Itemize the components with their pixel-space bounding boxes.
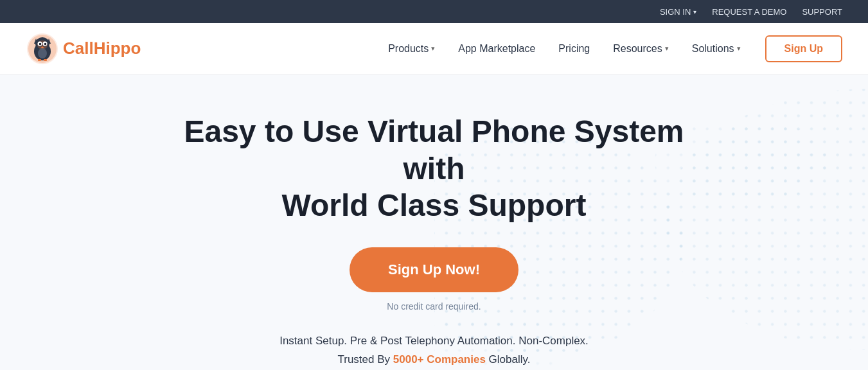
sign-in-label: SIGN IN — [660, 7, 691, 17]
top-bar: SIGN IN ▾ REQUEST A DEMO SUPPORT — [0, 0, 868, 23]
svg-point-9 — [39, 42, 42, 45]
logo-text: CallHippo — [63, 39, 141, 58]
hero-content: Easy to Use Virtual Phone System with Wo… — [158, 113, 711, 369]
callhippo-logo-icon — [26, 32, 59, 66]
nav-links: Products ▾ App Marketplace Pricing Resou… — [379, 38, 749, 60]
nav-item-resources[interactable]: Resources ▾ — [604, 38, 677, 60]
signin-chevron-icon: ▾ — [693, 8, 696, 15]
navbar: CallHippo Products ▾ App Marketplace Pri… — [0, 23, 868, 75]
support-label: SUPPORT — [802, 7, 842, 17]
sign-in-link[interactable]: SIGN IN ▾ — [660, 7, 696, 17]
svg-point-10 — [44, 42, 47, 45]
svg-point-12 — [38, 48, 47, 58]
products-chevron-icon: ▾ — [431, 44, 435, 53]
nav-item-solutions[interactable]: Solutions ▾ — [683, 38, 750, 60]
no-credit-text: No credit card required. — [387, 301, 481, 312]
nav-item-pricing[interactable]: Pricing — [549, 38, 599, 60]
resources-chevron-icon: ▾ — [665, 44, 669, 53]
request-demo-link[interactable]: REQUEST A DEMO — [712, 7, 786, 17]
svg-rect-14 — [44, 59, 47, 61]
logo-link[interactable]: CallHippo — [26, 32, 141, 66]
request-demo-label: REQUEST A DEMO — [712, 7, 786, 17]
nav-item-products[interactable]: Products ▾ — [379, 38, 444, 60]
svg-rect-13 — [38, 59, 41, 61]
signup-now-button[interactable]: Sign Up Now! — [350, 247, 518, 292]
nav-sign-up-button[interactable]: Sign Up — [765, 35, 842, 62]
support-link[interactable]: SUPPORT — [802, 7, 842, 17]
solutions-chevron-icon: ▾ — [737, 44, 741, 53]
hero-tagline: Instant Setup. Pre & Post Telephony Auto… — [279, 332, 589, 369]
hero-title: Easy to Use Virtual Phone System with Wo… — [158, 113, 711, 224]
nav-item-app-marketplace[interactable]: App Marketplace — [449, 38, 544, 60]
hero-section: Easy to Use Virtual Phone System with Wo… — [0, 75, 868, 370]
